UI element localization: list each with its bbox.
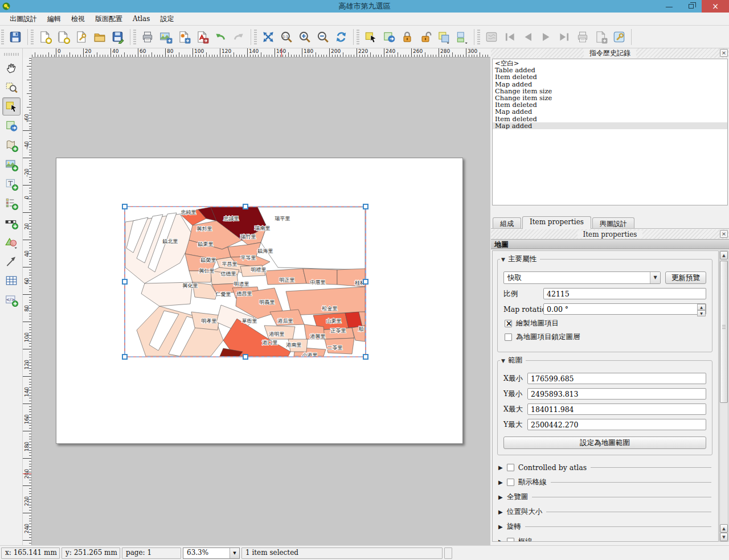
restore-button[interactable] <box>680 0 702 13</box>
history-item[interactable]: Item deleted <box>493 73 727 80</box>
composition-manager-button[interactable] <box>72 28 91 46</box>
atlas-prev-button[interactable] <box>519 28 537 46</box>
refresh-button[interactable] <box>332 28 350 46</box>
select-move-item-tool-button[interactable] <box>2 97 21 116</box>
extent-field-input[interactable] <box>527 373 706 384</box>
props-dock-titlebar[interactable]: Item properties × <box>491 229 729 239</box>
redo-button[interactable] <box>230 28 248 46</box>
zoom-full-button[interactable] <box>259 28 277 46</box>
toolbar-grip[interactable] <box>357 30 359 44</box>
print-button[interactable] <box>138 28 157 46</box>
zoom-combo-arrow-icon[interactable]: ▼ <box>230 548 239 558</box>
close-button[interactable]: × <box>702 0 729 13</box>
extent-field-input[interactable] <box>527 403 706 415</box>
export-pdf-button[interactable] <box>193 28 211 46</box>
zoom-level-combo[interactable]: 63.3%▼ <box>183 547 240 559</box>
add-html-tool-button[interactable]: </> <box>2 291 21 309</box>
save-as-template-button[interactable] <box>109 28 127 46</box>
history-dock-titlebar[interactable]: 指令歷史記錄 × <box>491 48 729 58</box>
add-map-tool-button[interactable] <box>2 136 21 154</box>
history-item[interactable]: Map added <box>493 122 727 129</box>
scroll-up-icon[interactable]: ▲ <box>720 251 728 260</box>
history-item[interactable]: Item deleted <box>493 116 727 122</box>
add-scalebar-tool-button[interactable] <box>2 213 21 232</box>
zoom-tool-button[interactable] <box>2 78 21 96</box>
section-3[interactable]: ▶位置與大小 <box>498 504 711 519</box>
zoom-one-to-one-button[interactable]: 1:1 <box>277 28 296 46</box>
zoom-out-button[interactable] <box>314 28 332 46</box>
section-1[interactable]: ▶顯示格線 <box>498 475 711 489</box>
extent-field-input[interactable] <box>527 388 706 400</box>
section-4[interactable]: ▶旋轉 <box>498 519 711 534</box>
title-bar[interactable]: 高雄市第九選區 — × <box>0 0 729 13</box>
scroll-down-icon[interactable]: ▼ <box>720 533 728 541</box>
menu-1[interactable]: 編輯 <box>42 13 66 25</box>
toolbar-grip[interactable] <box>1 30 4 44</box>
set-to-map-extent-button[interactable]: 設定為地圖範圍 <box>503 437 706 449</box>
collapse-arrow-icon[interactable]: ▼ <box>501 257 505 262</box>
preview-mode-combo[interactable]: 快取▼ <box>503 271 661 284</box>
checkbox-checked[interactable] <box>505 320 512 327</box>
section-checkbox[interactable] <box>507 538 514 542</box>
atlas-preview-button[interactable] <box>482 28 501 46</box>
scroll-up2-icon[interactable]: ▲ <box>720 524 728 533</box>
atlas-first-button[interactable] <box>501 28 519 46</box>
atlas-last-button[interactable] <box>555 28 574 46</box>
scrollbar-thumb[interactable] <box>720 261 728 403</box>
composer-canvas[interactable]: 忠純里忠誠里瑞平里瑞南里瑞竹里興邦里鎮北里鎮東里鎮海里平等里鎮榮里平昌里興仁里信… <box>32 57 490 545</box>
menu-2[interactable]: 檢視 <box>66 13 90 25</box>
paper-page[interactable]: 忠純里忠誠里瑞平里瑞南里瑞竹里興邦里鎮北里鎮東里鎮海里平等里鎮榮里平昌里興仁里信… <box>56 158 463 444</box>
raise-items-button[interactable] <box>453 28 471 46</box>
history-item[interactable]: Map added <box>493 108 727 115</box>
export-svg-button[interactable] <box>175 28 193 46</box>
undo-button[interactable] <box>211 28 230 46</box>
atlas-export-button[interactable] <box>592 28 610 46</box>
expand-arrow-icon[interactable]: ▶ <box>498 479 503 485</box>
atlas-next-button[interactable] <box>537 28 555 46</box>
add-table-tool-button[interactable] <box>2 271 21 290</box>
props-dock-close-icon[interactable]: × <box>720 230 728 238</box>
spin-up-icon[interactable]: ▲ <box>697 304 706 310</box>
expand-arrow-icon[interactable]: ▶ <box>498 538 503 542</box>
new-composition-button[interactable] <box>36 28 54 46</box>
section-5[interactable]: ▶框線 <box>498 534 711 542</box>
toolbar-grip[interactable] <box>477 30 480 44</box>
tab-0[interactable]: 組成 <box>493 217 521 228</box>
add-legend-tool-button[interactable] <box>2 194 21 212</box>
collapse-arrow-icon[interactable]: ▼ <box>501 358 505 364</box>
menu-5[interactable]: 設定 <box>155 13 179 25</box>
add-shape-tool-button[interactable] <box>2 233 21 251</box>
toolbar-grip[interactable] <box>4 53 19 56</box>
combo-arrow-icon[interactable]: ▼ <box>650 272 660 283</box>
update-preview-button[interactable]: 更新預覽 <box>665 271 706 284</box>
properties-scrollbar[interactable]: ▲ ▲ ▼ <box>719 250 728 542</box>
group-items-button[interactable] <box>435 28 453 46</box>
toolbar-grip[interactable] <box>133 30 136 44</box>
export-image-button[interactable] <box>157 28 175 46</box>
rotation-input[interactable] <box>543 303 706 315</box>
section-0[interactable]: ▶Controlled by atlas <box>498 460 711 475</box>
open-template-button[interactable] <box>91 28 109 46</box>
tab-1[interactable]: Item properties <box>522 216 591 229</box>
expand-arrow-icon[interactable]: ▶ <box>498 509 503 515</box>
move-item-content-button[interactable] <box>380 28 398 46</box>
history-dock-close-icon[interactable]: × <box>720 49 728 57</box>
toolbar-grip[interactable] <box>254 30 257 44</box>
command-history-list[interactable]: <空白>Table addedItem deletedMap addedChan… <box>492 59 728 205</box>
toolbar-grip[interactable] <box>31 30 34 44</box>
expand-arrow-icon[interactable]: ▶ <box>498 524 503 530</box>
add-label-tool-button[interactable]: T <box>2 175 21 193</box>
zoom-in-button[interactable] <box>296 28 314 46</box>
scale-input[interactable] <box>543 288 706 299</box>
checkbox-unchecked[interactable] <box>505 333 512 341</box>
menu-3[interactable]: 版面配置 <box>90 13 128 25</box>
expand-arrow-icon[interactable]: ▶ <box>498 494 503 500</box>
lock-items-button[interactable] <box>398 28 416 46</box>
select-move-item-button[interactable] <box>362 28 380 46</box>
section-2[interactable]: ▶全覽圖 <box>498 489 711 504</box>
menu-4[interactable]: Atlas <box>128 14 155 24</box>
spin-down-icon[interactable]: ▼ <box>697 310 706 316</box>
pan-tool-button[interactable] <box>2 59 21 77</box>
expand-arrow-icon[interactable]: ▶ <box>498 464 503 471</box>
history-item[interactable]: Map added <box>493 81 727 88</box>
